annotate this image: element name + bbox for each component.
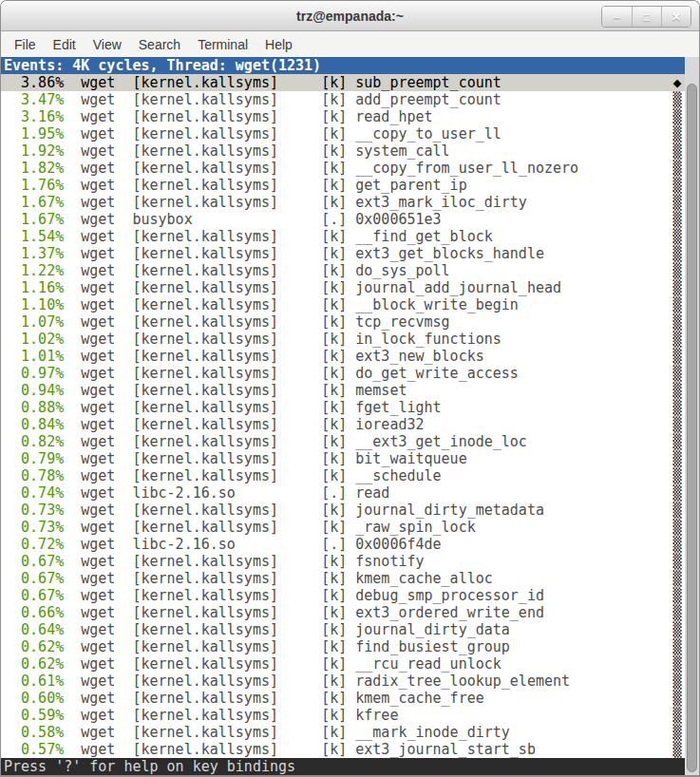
- row-percent: 0.61%: [4, 673, 64, 690]
- tui-scrollbar-track-char: ▒: [672, 673, 681, 690]
- row-percent: 0.73%: [4, 519, 64, 536]
- scrollbar-thumb[interactable]: [687, 84, 697, 772]
- menu-item-search[interactable]: Search: [130, 37, 189, 52]
- row-percent: 0.74%: [4, 484, 64, 502]
- terminal-scrollbar[interactable]: [685, 57, 699, 775]
- table-row[interactable]: 1.76% wget [kernel.kallsyms] [k] get_par…: [1, 177, 685, 194]
- row-text: wget [kernel.kallsyms] [k] __copy_from_u…: [64, 160, 672, 177]
- table-row[interactable]: 0.73% wget [kernel.kallsyms] [k] _raw_sp…: [1, 519, 685, 536]
- table-row[interactable]: 0.97% wget [kernel.kallsyms] [k] do_get_…: [1, 365, 685, 382]
- row-percent: 1.95%: [4, 125, 64, 142]
- table-row[interactable]: 1.07% wget [kernel.kallsyms] [k] tcp_rec…: [1, 313, 685, 331]
- row-percent: 0.66%: [4, 604, 64, 621]
- titlebar[interactable]: trz@empanada:~ –□✕: [1, 1, 699, 31]
- table-row[interactable]: 0.72% wget libc-2.16.so [.] 0x0006f4de ▒: [1, 536, 685, 553]
- close-button[interactable]: ✕: [661, 7, 691, 27]
- table-row[interactable]: 1.10% wget [kernel.kallsyms] [k] __block…: [1, 296, 685, 313]
- row-text: wget [kernel.kallsyms] [k] journal_add_j…: [64, 279, 672, 296]
- row-percent: 0.57%: [4, 741, 64, 758]
- menu-item-view[interactable]: View: [85, 37, 130, 52]
- terminal-window: trz@empanada:~ –□✕ FileEditViewSearchTer…: [0, 0, 700, 777]
- tui-scrollbar-track-char: ▒: [672, 296, 681, 313]
- row-percent: 1.67%: [4, 211, 64, 228]
- row-text: wget [kernel.kallsyms] [k] journal_dirty…: [64, 621, 672, 638]
- table-row[interactable]: 0.62% wget [kernel.kallsyms] [k] find_bu…: [1, 638, 685, 655]
- table-row[interactable]: 0.58% wget [kernel.kallsyms] [k] __mark_…: [1, 724, 685, 741]
- table-row[interactable]: 1.01% wget [kernel.kallsyms] [k] ext3_ne…: [1, 348, 685, 365]
- row-text: wget [kernel.kallsyms] [k] fget_light: [64, 399, 672, 416]
- table-row[interactable]: 0.64% wget [kernel.kallsyms] [k] journal…: [1, 621, 685, 638]
- table-row[interactable]: 1.22% wget [kernel.kallsyms] [k] do_sys_…: [1, 262, 685, 279]
- tui-scrollbar-track-char: ▒: [672, 160, 681, 177]
- table-row[interactable]: 1.67% wget [kernel.kallsyms] [k] ext3_ma…: [1, 194, 685, 211]
- maximize-button[interactable]: □: [632, 7, 661, 27]
- menu-item-edit[interactable]: Edit: [45, 37, 85, 52]
- menu-item-terminal[interactable]: Terminal: [189, 37, 256, 52]
- row-text: wget [kernel.kallsyms] [k] memset: [64, 382, 672, 399]
- tui-scrollbar-track-char: ▒: [672, 604, 681, 621]
- tui-scrollbar-track-char: ▒: [672, 484, 681, 502]
- row-percent: 0.67%: [4, 553, 64, 570]
- table-row[interactable]: 0.57% wget [kernel.kallsyms] [k] ext3_jo…: [1, 741, 685, 758]
- tui-scrollbar-track-char: ▒: [672, 348, 681, 365]
- table-row[interactable]: 1.67% wget busybox [.] 0x000651e3 ▒: [1, 211, 685, 228]
- table-row[interactable]: 1.82% wget [kernel.kallsyms] [k] __copy_…: [1, 160, 685, 177]
- row-percent: 0.67%: [4, 570, 64, 587]
- window-title: trz@empanada:~: [296, 9, 404, 24]
- tui-scrollbar-track-char: ▒: [672, 279, 681, 296]
- row-text: wget [kernel.kallsyms] [k] __find_get_bl…: [64, 228, 672, 245]
- tui-scrollbar-track-char: ▒: [672, 91, 681, 108]
- row-text: wget [kernel.kallsyms] [k] debug_smp_pro…: [64, 587, 672, 604]
- table-row[interactable]: 1.95% wget [kernel.kallsyms] [k] __copy_…: [1, 125, 685, 142]
- table-row[interactable]: 1.37% wget [kernel.kallsyms] [k] ext3_ge…: [1, 245, 685, 262]
- tui-scrollbar-track-char: ▒: [672, 211, 681, 228]
- table-row[interactable]: 0.73% wget [kernel.kallsyms] [k] journal…: [1, 502, 685, 519]
- minimize-button[interactable]: –: [602, 7, 632, 27]
- table-row[interactable]: 3.86% wget [kernel.kallsyms] [k] sub_pre…: [1, 74, 685, 91]
- row-text: wget [kernel.kallsyms] [k] _raw_spin_loc…: [64, 519, 672, 536]
- row-percent: 1.22%: [4, 262, 64, 279]
- row-percent: 0.84%: [4, 416, 64, 433]
- perf-status-bar: Press '?' for help on key bindings: [1, 758, 685, 775]
- row-percent: 0.97%: [4, 365, 64, 382]
- table-row[interactable]: 1.02% wget [kernel.kallsyms] [k] in_lock…: [1, 331, 685, 348]
- table-row[interactable]: 0.61% wget [kernel.kallsyms] [k] radix_t…: [1, 673, 685, 690]
- row-percent: 1.37%: [4, 245, 64, 262]
- row-text: wget [kernel.kallsyms] [k] read_hpet: [64, 108, 672, 125]
- perf-events-header: Events: 4K cycles, Thread: wget(1231): [1, 57, 685, 74]
- table-row[interactable]: 3.16% wget [kernel.kallsyms] [k] read_hp…: [1, 108, 685, 125]
- table-row[interactable]: 0.79% wget [kernel.kallsyms] [k] bit_wai…: [1, 450, 685, 467]
- row-text: wget [kernel.kallsyms] [k] do_sys_poll: [64, 262, 672, 279]
- tui-scrollbar-track-char: ▒: [672, 690, 681, 707]
- table-row[interactable]: 0.74% wget libc-2.16.so [.] read ▒: [1, 484, 685, 502]
- table-row[interactable]: 0.67% wget [kernel.kallsyms] [k] kmem_ca…: [1, 570, 685, 587]
- table-row[interactable]: 0.88% wget [kernel.kallsyms] [k] fget_li…: [1, 399, 685, 416]
- table-row[interactable]: 0.67% wget [kernel.kallsyms] [k] fsnotif…: [1, 553, 685, 570]
- table-row[interactable]: 1.16% wget [kernel.kallsyms] [k] journal…: [1, 279, 685, 296]
- table-row[interactable]: 0.62% wget [kernel.kallsyms] [k] __rcu_r…: [1, 655, 685, 673]
- table-row[interactable]: 0.67% wget [kernel.kallsyms] [k] debug_s…: [1, 587, 685, 604]
- table-row[interactable]: 0.82% wget [kernel.kallsyms] [k] __ext3_…: [1, 433, 685, 450]
- tui-scrollbar-track-char: ▒: [672, 177, 681, 194]
- row-percent: 0.60%: [4, 690, 64, 707]
- row-percent: 1.02%: [4, 331, 64, 348]
- table-row[interactable]: 3.47% wget [kernel.kallsyms] [k] add_pre…: [1, 91, 685, 108]
- table-row[interactable]: 0.59% wget [kernel.kallsyms] [k] kfree ▒: [1, 707, 685, 724]
- menu-item-file[interactable]: File: [6, 37, 45, 52]
- row-text: wget libc-2.16.so [.] read: [64, 484, 672, 502]
- table-row[interactable]: 0.60% wget [kernel.kallsyms] [k] kmem_ca…: [1, 690, 685, 707]
- row-percent: 1.01%: [4, 348, 64, 365]
- row-text: wget [kernel.kallsyms] [k] tcp_recvmsg: [64, 313, 672, 331]
- table-row[interactable]: 1.92% wget [kernel.kallsyms] [k] system_…: [1, 142, 685, 160]
- row-text: wget [kernel.kallsyms] [k] add_preempt_c…: [64, 91, 672, 108]
- tui-scrollbar-track-char: ▒: [672, 228, 681, 245]
- row-percent: 1.07%: [4, 313, 64, 331]
- tui-scrollbar-track-char: ▒: [672, 638, 681, 655]
- table-row[interactable]: 0.84% wget [kernel.kallsyms] [k] ioread3…: [1, 416, 685, 433]
- table-row[interactable]: 0.66% wget [kernel.kallsyms] [k] ext3_or…: [1, 604, 685, 621]
- table-row[interactable]: 1.54% wget [kernel.kallsyms] [k] __find_…: [1, 228, 685, 245]
- menu-item-help[interactable]: Help: [256, 37, 301, 52]
- row-text: wget [kernel.kallsyms] [k] ioread32: [64, 416, 672, 433]
- table-row[interactable]: 0.94% wget [kernel.kallsyms] [k] memset …: [1, 382, 685, 399]
- table-row[interactable]: 0.78% wget [kernel.kallsyms] [k] __sched…: [1, 467, 685, 484]
